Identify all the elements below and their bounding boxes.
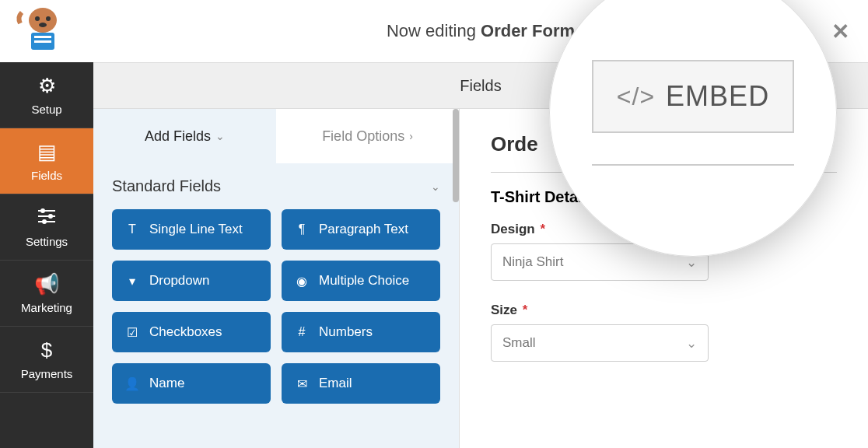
field-checkboxes[interactable]: ☑Checkboxes <box>112 312 271 352</box>
field-single-line-text[interactable]: TSingle Line Text <box>112 209 271 250</box>
hash-icon: # <box>294 325 310 339</box>
field-paragraph-text[interactable]: ¶Paragraph Text <box>282 209 440 250</box>
svg-rect-3 <box>34 40 51 43</box>
tab-add-fields[interactable]: Add Fields⌄ <box>93 109 276 163</box>
sidebar-item-marketing[interactable]: 📢 Marketing <box>0 261 93 327</box>
caret-square-icon: ▾ <box>124 274 140 289</box>
fields-panel: Add Fields⌄ Field Options› Standard Fiel… <box>93 109 459 448</box>
divider <box>592 164 794 166</box>
field-multiple-choice[interactable]: ◉Multiple Choice <box>282 261 440 301</box>
envelope-icon: ✉ <box>294 376 310 391</box>
field-email[interactable]: ✉Email <box>282 363 440 404</box>
tab-fields[interactable]: Fields <box>460 77 501 95</box>
person-icon: 👤 <box>124 376 140 391</box>
sidebar-item-settings[interactable]: Settings <box>0 194 93 261</box>
field-numbers[interactable]: #Numbers <box>282 312 440 352</box>
sidebar: ⚙ Setup ▤ Fields Settings 📢 Marketing $ … <box>0 62 93 448</box>
editing-label: Now editing Order Form <box>387 21 575 41</box>
section-standard-fields[interactable]: Standard Fields ⌄ <box>93 163 459 209</box>
field-name[interactable]: 👤Name <box>112 363 271 404</box>
chevron-down-icon: ⌄ <box>686 335 697 352</box>
wpforms-logo <box>8 6 78 53</box>
sidebar-item-payments[interactable]: $ Payments <box>0 327 93 393</box>
field-dropdown[interactable]: ▾Dropdown <box>112 261 271 301</box>
field-size[interactable]: Size * Small⌄ <box>491 303 837 362</box>
svg-point-12 <box>42 219 47 224</box>
svg-point-5 <box>46 16 51 21</box>
check-icon: ☑ <box>124 325 140 340</box>
chevron-right-icon: › <box>409 130 413 142</box>
bullhorn-icon: 📢 <box>34 272 59 296</box>
svg-point-4 <box>35 16 40 21</box>
size-select[interactable]: Small⌄ <box>491 324 709 362</box>
list-icon: ▤ <box>37 140 57 164</box>
chevron-down-icon: ⌄ <box>215 130 225 142</box>
gear-icon: ⚙ <box>38 74 56 98</box>
size-label: Size * <box>491 303 837 318</box>
svg-point-10 <box>40 208 45 213</box>
chevron-down-icon: ⌄ <box>431 180 440 193</box>
tab-field-options[interactable]: Field Options› <box>276 109 459 163</box>
sliders-icon <box>37 206 57 230</box>
dollar-icon: $ <box>41 338 52 362</box>
paragraph-icon: ¶ <box>294 222 310 236</box>
close-icon[interactable]: ✕ <box>831 19 849 44</box>
sidebar-item-setup[interactable]: ⚙ Setup <box>0 62 93 128</box>
code-icon: </> <box>617 82 655 111</box>
svg-rect-2 <box>34 36 51 38</box>
sidebar-item-fields[interactable]: ▤ Fields <box>0 128 93 194</box>
svg-point-6 <box>39 23 47 27</box>
svg-point-0 <box>29 8 57 33</box>
embed-button[interactable]: </> EMBED <box>592 60 794 133</box>
radio-icon: ◉ <box>294 274 310 289</box>
text-icon: T <box>124 222 140 236</box>
svg-point-11 <box>48 214 53 219</box>
scrollbar[interactable] <box>453 109 459 202</box>
